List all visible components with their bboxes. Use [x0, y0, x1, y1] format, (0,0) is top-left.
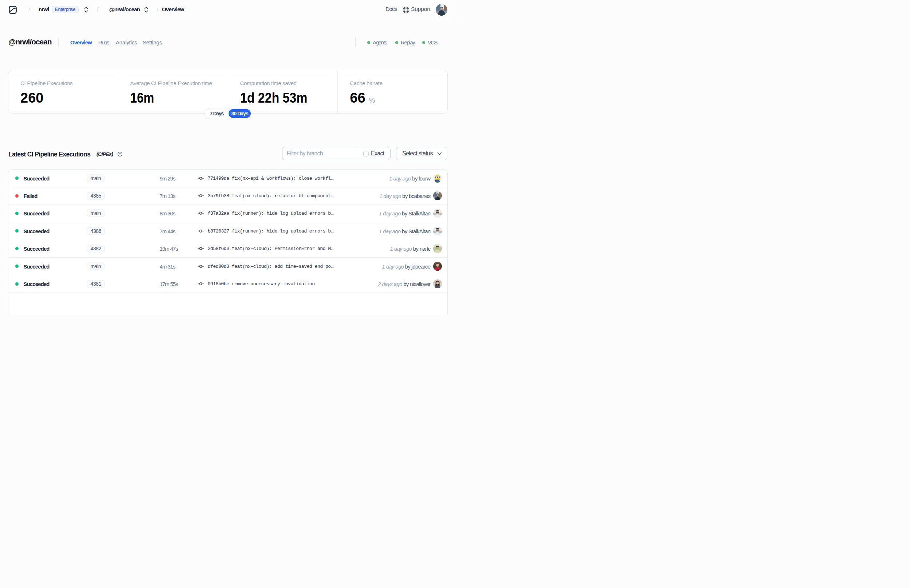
svg-text:?: ?: [119, 152, 121, 156]
